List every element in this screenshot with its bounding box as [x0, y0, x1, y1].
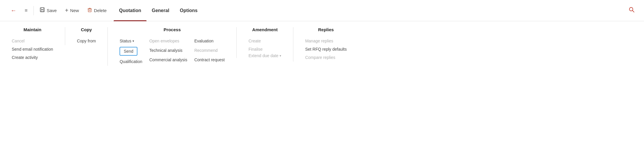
process-section: Process Status ▾ Send Qualification Open… [107, 27, 236, 66]
commercial-analysis-item[interactable]: Commercial analysis [149, 56, 187, 64]
maintain-section: Maintain Cancel Send email notification … [12, 27, 65, 62]
status-dropdown[interactable]: Status ▾ [120, 37, 142, 45]
tab-options[interactable]: Options [174, 0, 203, 21]
recommend-item[interactable]: Recommend [194, 46, 225, 54]
process-header: Process [120, 27, 225, 32]
svg-rect-3 [88, 9, 91, 12]
back-icon: ← [11, 7, 16, 14]
save-icon [40, 7, 45, 14]
new-label: New [70, 8, 79, 13]
save-button[interactable]: Save [36, 5, 60, 16]
extend-due-date-item[interactable]: Extend due date ▾ [248, 53, 281, 58]
qualification-item[interactable]: Qualification [120, 57, 142, 66]
copy-section: Copy Copy from [65, 27, 108, 45]
contract-request-item[interactable]: Contract request [194, 56, 225, 64]
new-button[interactable]: + New [61, 5, 83, 16]
amendment-header: Amendment [248, 27, 281, 32]
chevron-down-icon: ▾ [132, 39, 134, 43]
menu-icon: ≡ [25, 8, 28, 14]
set-rfq-reply-defaults-item[interactable]: Set RFQ reply defaults [305, 45, 347, 53]
delete-icon [87, 7, 92, 14]
delete-button[interactable]: Delete [84, 5, 110, 16]
search-button[interactable] [626, 4, 637, 16]
save-label: Save [47, 8, 57, 13]
open-envelopes-item[interactable]: Open envelopes [149, 37, 187, 45]
evaluation-item[interactable]: Evaluation [194, 37, 225, 45]
amendment-create-item[interactable]: Create [248, 37, 281, 45]
menu-button[interactable]: ≡ [21, 5, 31, 16]
new-icon: + [65, 7, 68, 14]
replies-section: Replies Manage replies Set RFQ reply def… [293, 27, 359, 62]
delete-label: Delete [94, 8, 107, 13]
replies-header: Replies [305, 27, 347, 32]
separator-1 [33, 6, 34, 15]
send-email-item[interactable]: Send email notification [12, 45, 53, 53]
back-button[interactable]: ← [7, 5, 20, 16]
nav-tabs: Quotation General Options [114, 0, 203, 21]
toolbar: ← ≡ Save + New Delete [0, 0, 644, 21]
create-activity-item[interactable]: Create activity [12, 53, 53, 62]
compare-replies-item[interactable]: Compare replies [305, 53, 347, 62]
svg-rect-2 [41, 10, 43, 11]
tab-general[interactable]: General [147, 0, 175, 21]
chevron-down-icon-extend: ▾ [280, 54, 281, 58]
maintain-header: Maintain [12, 27, 53, 32]
copy-from-item[interactable]: Copy from [77, 37, 96, 45]
amendment-section: Amendment Create Finalise Extend due dat… [236, 27, 293, 58]
manage-replies-item[interactable]: Manage replies [305, 37, 347, 45]
amendment-finalise-item[interactable]: Finalise [248, 45, 281, 53]
cancel-item[interactable]: Cancel [12, 37, 53, 45]
svg-rect-1 [41, 8, 43, 9]
search-icon [629, 7, 635, 14]
ribbon-menu: Maintain Cancel Send email notification … [0, 21, 644, 74]
send-item[interactable]: Send [120, 46, 142, 56]
copy-header: Copy [77, 27, 96, 32]
svg-line-7 [633, 11, 634, 12]
tab-quotation[interactable]: Quotation [114, 0, 147, 21]
technical-analysis-item[interactable]: Technical analysis [149, 46, 187, 54]
status-label: Status [120, 39, 131, 43]
